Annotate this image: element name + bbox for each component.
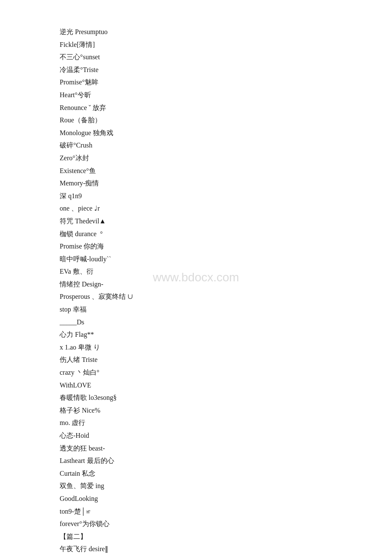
list-item: Renounce ˇ 放弃 [60,101,332,114]
list-item: _____Ds [60,316,332,329]
list-item: stop 幸福 [60,303,332,316]
list-item: 午夜飞行 desire‖ [60,543,332,555]
list-item: Monologue 独角戏 [60,127,332,139]
list-item: 符咒 Thedevil▲ [60,215,332,228]
list-item: 逆光 Presumptuo [60,26,332,38]
list-item: 不三心°sunset [60,51,332,64]
list-item: 心态-Hoid [60,429,332,442]
list-item: Curtain 私念 [60,467,332,480]
list-item: GoodLooking [60,492,332,505]
list-item: mo. 虚行 [60,416,332,429]
list-item: forever°为你锁心 [60,517,332,530]
list-item: crazy 丶灿白° [60,366,332,379]
list-item: 破碎°Crush [60,139,332,152]
list-item: EVa 敷、衍 [60,265,332,278]
list-item: 春暖情歌 lo3esong§ [60,391,332,404]
list-item: Prosperous 、寂寞终结 ∪ [60,290,332,303]
list-item: Roue（备胎） [60,114,332,127]
list-item: 冷温柔°Triste [60,64,332,76]
list-item: 情绪控 Design- [60,278,332,291]
list-item: Heart°兮昕 [60,89,332,101]
list-item: Memory-痴情 [60,177,332,190]
list-item: Fickle[薄情] [60,38,332,51]
content-list: 逆光 PresumptuoFickle[薄情]不三心°sunset冷温柔°Tri… [60,26,332,555]
list-item: 透支的狂 beast- [60,442,332,455]
list-item: 双鱼、简爱 ing [60,480,332,492]
list-item: 暗中呼喊-loudly`` [60,253,332,266]
list-item: Promise°魅眸 [60,76,332,89]
list-item: Lastheart 最后的心 [60,454,332,467]
list-item: x 1.ao 卑微 り [60,341,332,354]
list-item: one 、piece ♩r [60,202,332,215]
list-item: 伤人绪 Triste [60,353,332,366]
list-item: Zero°冰封 [60,152,332,165]
list-item: ton9-楚│≌ [60,505,332,518]
list-item: 心力 Flag** [60,328,332,341]
list-item: Existence°鱼 [60,165,332,177]
list-item: WithLOVE [60,379,332,392]
list-item: 深 q1n9 [60,190,332,202]
list-item: 枷锁 durance ° [60,228,332,240]
list-item: 【篇二】 [60,530,332,543]
list-item: Promise 你的海 [60,240,332,253]
list-item: 格子衫 Nice% [60,404,332,417]
